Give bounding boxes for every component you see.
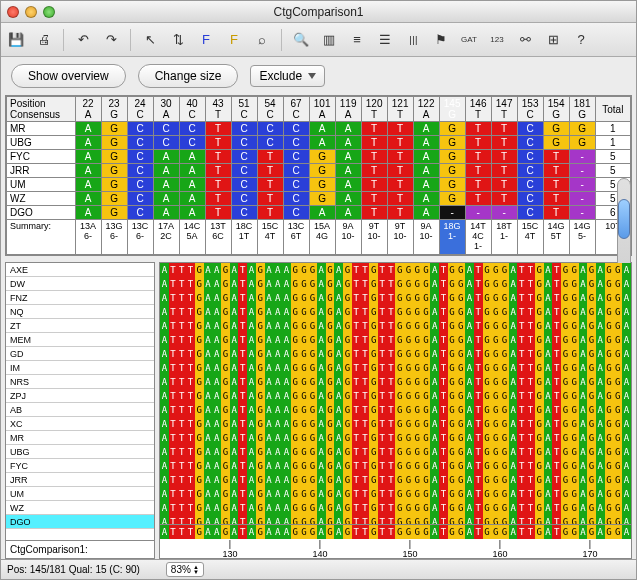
base-cell[interactable]: C [517, 164, 543, 178]
base-cell[interactable]: - [569, 178, 595, 192]
base-cell[interactable]: C [127, 206, 153, 220]
base-cell[interactable]: A [179, 192, 205, 206]
base-cell[interactable]: A [413, 136, 439, 150]
col-header[interactable]: 101 A [309, 97, 335, 122]
base-cell[interactable]: A [153, 164, 179, 178]
zoom-control[interactable]: 83% ▲▼ [166, 562, 204, 577]
base-cell[interactable]: C [153, 136, 179, 150]
col-header[interactable]: 147 T [491, 97, 517, 122]
base-cell[interactable]: G [101, 192, 127, 206]
base-cell[interactable]: - [439, 206, 465, 220]
base-cell[interactable]: - [491, 206, 517, 220]
base-cell[interactable]: T [387, 150, 413, 164]
base-cell[interactable]: T [465, 136, 491, 150]
base-cell[interactable]: T [361, 206, 387, 220]
base-cell[interactable]: A [153, 178, 179, 192]
base-cell[interactable]: T [465, 122, 491, 136]
undo-icon[interactable]: ↶ [72, 29, 94, 51]
base-cell[interactable]: T [361, 178, 387, 192]
base-cell[interactable]: C [231, 136, 257, 150]
col-header[interactable]: 23 G [101, 97, 127, 122]
base-cell[interactable]: C [127, 192, 153, 206]
base-cell[interactable]: C [517, 136, 543, 150]
align-icon[interactable]: ≡ [346, 29, 368, 51]
base-cell[interactable]: C [517, 178, 543, 192]
base-cell[interactable]: C [231, 122, 257, 136]
col-header[interactable]: 122 A [413, 97, 439, 122]
col-header[interactable]: 30 A [153, 97, 179, 122]
base-cell[interactable]: A [75, 136, 101, 150]
base-cell[interactable]: A [335, 136, 361, 150]
base-cell[interactable]: T [205, 178, 231, 192]
col-header[interactable]: 43 T [205, 97, 231, 122]
base-cell[interactable]: T [205, 122, 231, 136]
base-cell[interactable]: G [101, 206, 127, 220]
zoom-icon[interactable] [43, 6, 55, 18]
base-cell[interactable]: T [257, 150, 283, 164]
base-cell[interactable]: G [569, 122, 595, 136]
base-cell[interactable]: A [179, 150, 205, 164]
base-cell[interactable]: A [335, 206, 361, 220]
base-cell[interactable]: T [491, 178, 517, 192]
col-header[interactable]: 145 G [439, 97, 465, 122]
help-icon[interactable]: ? [570, 29, 592, 51]
base-cell[interactable]: C [127, 150, 153, 164]
base-cell[interactable]: T [543, 206, 569, 220]
gat-icon[interactable]: GAT [458, 29, 480, 51]
base-cell[interactable]: T [491, 122, 517, 136]
base-cell[interactable]: C [283, 192, 309, 206]
base-cell[interactable]: T [361, 150, 387, 164]
col-header[interactable]: 22 A [75, 97, 101, 122]
list-item[interactable]: XC [6, 417, 154, 431]
list-item[interactable]: ZPJ [6, 389, 154, 403]
base-cell[interactable]: - [569, 192, 595, 206]
print-icon[interactable]: 🖨 [33, 29, 55, 51]
base-cell[interactable]: A [335, 150, 361, 164]
base-cell[interactable]: C [517, 150, 543, 164]
base-cell[interactable]: C [153, 122, 179, 136]
base-cell[interactable]: C [231, 206, 257, 220]
base-cell[interactable]: T [491, 164, 517, 178]
find-icon[interactable]: ⌕ [251, 29, 273, 51]
base-cell[interactable]: C [127, 178, 153, 192]
base-cell[interactable]: A [75, 150, 101, 164]
base-cell[interactable]: A [335, 192, 361, 206]
base-cell[interactable]: A [309, 206, 335, 220]
base-cell[interactable]: A [413, 164, 439, 178]
base-cell[interactable]: A [413, 150, 439, 164]
base-cell[interactable]: A [335, 178, 361, 192]
base-cell[interactable]: C [517, 192, 543, 206]
base-cell[interactable]: G [439, 122, 465, 136]
base-cell[interactable]: C [517, 122, 543, 136]
base-cell[interactable]: C [231, 150, 257, 164]
base-cell[interactable]: T [543, 178, 569, 192]
base-cell[interactable]: - [569, 206, 595, 220]
list-item[interactable]: UBG [6, 445, 154, 459]
col-header[interactable]: 153 C [517, 97, 543, 122]
base-cell[interactable]: T [257, 206, 283, 220]
base-cell[interactable]: A [153, 206, 179, 220]
base-cell[interactable]: T [387, 164, 413, 178]
list-item[interactable]: AXE [6, 263, 154, 277]
columns-icon[interactable]: ▥ [318, 29, 340, 51]
cursor-icon[interactable]: ↖ [139, 29, 161, 51]
base-cell[interactable]: A [413, 178, 439, 192]
base-cell[interactable]: G [101, 136, 127, 150]
f-blue-icon[interactable]: F [195, 29, 217, 51]
col-header[interactable]: 121 T [387, 97, 413, 122]
col-header[interactable]: 54 C [257, 97, 283, 122]
base-cell[interactable]: G [439, 150, 465, 164]
base-cell[interactable]: T [205, 164, 231, 178]
list-item[interactable]: FYC [6, 459, 154, 473]
base-cell[interactable]: T [205, 206, 231, 220]
base-cell[interactable]: A [75, 206, 101, 220]
base-cell[interactable]: G [309, 164, 335, 178]
base-cell[interactable]: G [101, 122, 127, 136]
base-cell[interactable]: A [179, 164, 205, 178]
base-cell[interactable]: C [283, 164, 309, 178]
list-item[interactable]: NRS [6, 375, 154, 389]
zoom-stepper[interactable]: ▲▼ [193, 565, 199, 575]
base-cell[interactable]: A [413, 192, 439, 206]
list-item[interactable]: GD [6, 347, 154, 361]
base-cell[interactable]: G [543, 136, 569, 150]
